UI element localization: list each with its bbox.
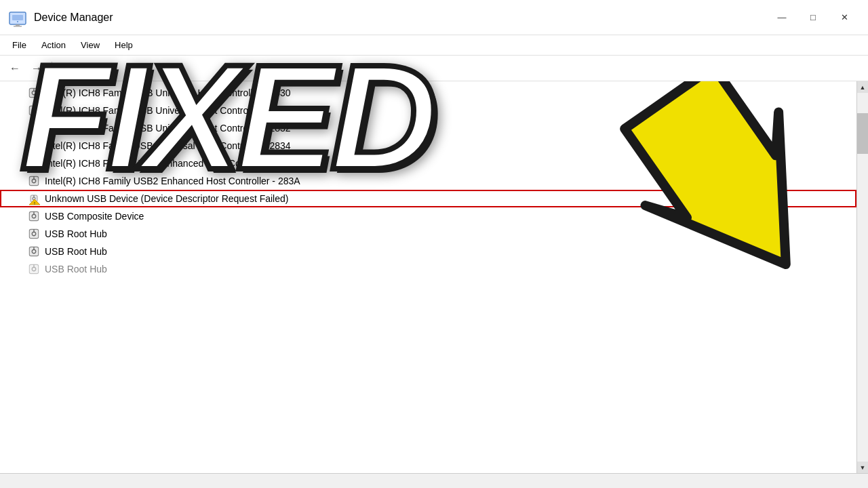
svg-point-4 [17, 21, 18, 22]
device-label: Intel(R) ICH8 Family USB Universal Host … [45, 123, 291, 134]
svg-rect-1 [12, 15, 23, 20]
svg-text:!: ! [34, 201, 35, 205]
usb-icon [27, 121, 41, 135]
toolbar: ← → ☰ ⟳ ? 🔍 [0, 56, 868, 81]
maximize-button[interactable]: □ [797, 7, 829, 28]
list-item[interactable]: Intel(R) ICH8 Family USB Universal Host … [0, 102, 856, 119]
list-item[interactable]: USB Root Hub [0, 225, 856, 243]
menu-file[interactable]: File [5, 37, 33, 53]
status-bar [0, 473, 868, 488]
content-area: Intel(R) ICH8 Family USB Universal Host … [0, 81, 868, 473]
refresh-button[interactable]: ⟳ [79, 59, 98, 78]
properties-button[interactable]: ☰ [58, 59, 77, 78]
list-item[interactable]: Intel(R) ICH8 Family USB Universal Host … [0, 119, 856, 137]
device-label: USB Root Hub [45, 246, 107, 257]
menu-help[interactable]: Help [108, 37, 140, 53]
menu-bar: File Action View Help [0, 35, 868, 56]
svg-rect-3 [14, 26, 22, 27]
device-label: Intel(R) ICH8 Family USB Universal Host … [45, 87, 291, 98]
list-item[interactable]: Intel(R) ICH8 Family USB Universal Host … [0, 84, 856, 102]
app-icon [8, 8, 27, 27]
back-button[interactable]: ← [5, 59, 24, 78]
usb-icon [27, 262, 41, 276]
svg-rect-2 [16, 24, 20, 26]
unknown-device-label: Unknown USB Device (Device Descriptor Re… [45, 193, 288, 204]
device-label: Intel(R) ICH8 Family USB Universal Host … [45, 105, 291, 116]
device-label: USB Root Hub [45, 264, 107, 274]
scroll-thumb[interactable] [857, 113, 868, 154]
forward-button[interactable]: → [27, 59, 46, 78]
menu-view[interactable]: View [74, 37, 106, 53]
scroll-track[interactable] [857, 93, 868, 462]
device-label: Intel(R) ICH8 Family USB2 Enhanced Host … [45, 176, 300, 186]
unknown-usb-device-item[interactable]: ! Unknown USB Device (Device Descriptor … [0, 190, 856, 207]
window-controls: — □ ✕ [766, 7, 860, 28]
scan-button[interactable]: 🔍 [123, 59, 142, 78]
help-button[interactable]: ? [101, 59, 120, 78]
device-label: USB Root Hub [45, 228, 107, 239]
usb-icon [27, 227, 41, 241]
list-item[interactable]: USB Root Hub [0, 243, 856, 260]
device-label: Intel(R) ICH8 Family USB Universal Host … [45, 140, 291, 151]
usb-icon [27, 157, 41, 170]
usb-icon [27, 174, 41, 188]
device-manager-window: Device Manager — □ ✕ File Action View He… [0, 0, 868, 488]
close-button[interactable]: ✕ [829, 7, 860, 28]
title-bar: Device Manager — □ ✕ [0, 0, 868, 35]
list-item[interactable]: Intel(R) ICH8 Family USB2 Enhanced Host … [0, 155, 856, 172]
usb-icon [27, 104, 41, 117]
list-item[interactable]: USB Root Hub [0, 260, 856, 278]
usb-icon [27, 86, 41, 100]
scroll-up-button[interactable]: ▲ [857, 81, 869, 93]
usb-warning-icon: ! [27, 192, 41, 205]
usb-icon [27, 209, 41, 223]
window-title: Device Manager [34, 12, 766, 24]
device-label: USB Composite Device [45, 211, 144, 222]
scroll-down-button[interactable]: ▼ [857, 462, 869, 473]
minimize-button[interactable]: — [766, 7, 797, 28]
device-label: Intel(R) ICH8 Family USB2 Enhanced Host … [45, 158, 294, 169]
list-item[interactable]: USB Composite Device [0, 207, 856, 225]
list-item[interactable]: Intel(R) ICH8 Family USB2 Enhanced Host … [0, 172, 856, 190]
toolbar-separator-1 [52, 62, 52, 75]
usb-icon [27, 245, 41, 258]
menu-action[interactable]: Action [35, 37, 73, 53]
usb-icon [27, 139, 41, 152]
list-item[interactable]: Intel(R) ICH8 Family USB Universal Host … [0, 137, 856, 155]
device-list[interactable]: Intel(R) ICH8 Family USB Universal Host … [0, 81, 856, 473]
vertical-scrollbar[interactable]: ▲ ▼ [856, 81, 868, 473]
